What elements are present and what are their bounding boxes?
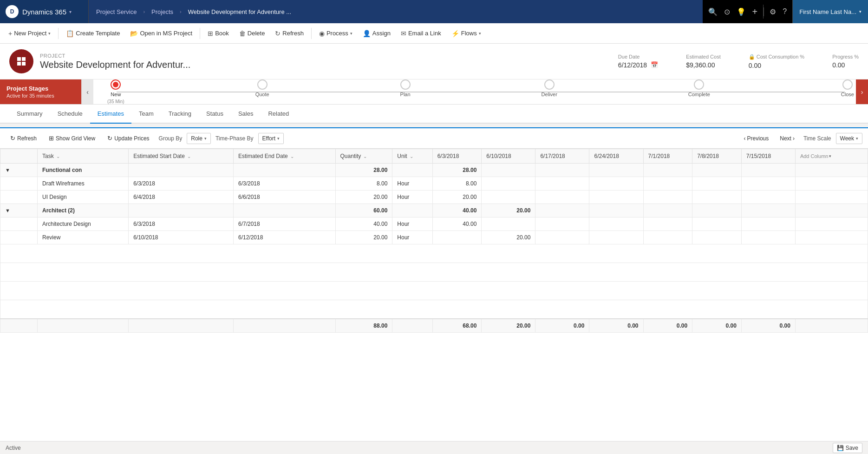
th-unit[interactable]: Unit⌄ bbox=[392, 149, 432, 164]
create-template-button[interactable]: 📋 Create Template bbox=[61, 27, 124, 40]
group-by-select[interactable]: Role ▾ bbox=[187, 133, 211, 144]
flows-button[interactable]: ⚡ Flows ▾ bbox=[447, 27, 486, 40]
stage-quote[interactable]: Quote bbox=[255, 79, 269, 104]
main-content: PROJECT Website Development for Adventur… bbox=[0, 44, 868, 454]
total-6-10: 20.00 bbox=[482, 319, 535, 333]
row-end-review[interactable]: 6/12/2018 bbox=[233, 231, 335, 244]
update-prices-button[interactable]: ↻ Update Prices bbox=[103, 132, 154, 145]
group-expand-architect[interactable]: ▼ bbox=[0, 204, 38, 217]
row-end-arch[interactable]: 6/7/2018 bbox=[233, 217, 335, 231]
help-icon[interactable]: 💡 bbox=[737, 7, 746, 16]
open-ms-icon: 📂 bbox=[130, 30, 138, 37]
row-start-ui[interactable]: 6/4/2018 bbox=[129, 191, 234, 204]
app-brand[interactable]: D Dynamics 365 ▾ bbox=[0, 0, 88, 23]
stage-label-complete: Complete bbox=[688, 92, 710, 97]
group-6-10-architect: 20.00 bbox=[482, 204, 535, 217]
previous-button[interactable]: ‹ Previous bbox=[740, 133, 773, 144]
tab-estimates[interactable]: Estimates bbox=[90, 105, 131, 124]
estimates-refresh-button[interactable]: ↻ Refresh bbox=[6, 132, 41, 145]
stage-plan[interactable]: Plan bbox=[400, 79, 411, 104]
breadcrumb-projects[interactable]: Projects bbox=[151, 8, 173, 15]
th-end-date[interactable]: Estimated End Date⌄ bbox=[233, 149, 335, 164]
module-name[interactable]: Project Service bbox=[96, 8, 137, 15]
due-date-text: 6/12/2018 bbox=[618, 61, 647, 69]
row-6-3-arch: 40.00 bbox=[432, 217, 482, 231]
tab-related[interactable]: Related bbox=[261, 105, 296, 124]
process-icon: ◉ bbox=[319, 30, 325, 37]
search-icon[interactable]: 🔍 bbox=[708, 7, 718, 16]
row-end-ui[interactable]: 6/6/2018 bbox=[233, 191, 335, 204]
group-7-8-architect bbox=[692, 204, 742, 217]
row-start-arch[interactable]: 6/3/2018 bbox=[129, 217, 234, 231]
tab-status[interactable]: Status bbox=[199, 105, 231, 124]
stage-back-arrow[interactable]: ‹ bbox=[81, 79, 93, 104]
app-chevron[interactable]: ▾ bbox=[69, 9, 72, 14]
th-task[interactable]: Task⌄ bbox=[38, 149, 129, 164]
process-label: Process bbox=[326, 30, 348, 37]
row-start-review[interactable]: 6/10/2018 bbox=[129, 231, 234, 244]
time-phase-select[interactable]: Effort ▾ bbox=[258, 133, 284, 144]
group-chevron-functional: ▼ bbox=[5, 167, 10, 173]
email-link-button[interactable]: ✉ Email a Link bbox=[396, 27, 446, 40]
book-icon: ⊞ bbox=[208, 30, 213, 37]
time-phase-label: Time-Phase By bbox=[215, 135, 254, 142]
time-scale-select[interactable]: Week ▾ bbox=[836, 133, 862, 144]
refresh-button[interactable]: ↻ Refresh bbox=[270, 27, 308, 40]
stage-complete[interactable]: Complete bbox=[688, 79, 710, 104]
assign-button[interactable]: 👤 Assign bbox=[358, 27, 395, 40]
group-end-functional bbox=[233, 164, 335, 177]
row-7-1-review bbox=[643, 231, 692, 244]
stage-new[interactable]: New (35 Min) bbox=[107, 79, 124, 104]
gear-icon[interactable]: ⚙ bbox=[770, 7, 776, 16]
recent-icon[interactable]: ⊙ bbox=[724, 7, 730, 16]
settings-area: ⚙ ? bbox=[764, 7, 792, 16]
project-info: PROJECT Website Development for Adventur… bbox=[40, 53, 600, 70]
book-button[interactable]: ⊞ Book bbox=[203, 27, 234, 40]
tab-sales[interactable]: Sales bbox=[231, 105, 261, 124]
tab-schedule[interactable]: Schedule bbox=[50, 105, 90, 124]
th-start-date[interactable]: Estimated Start Date⌄ bbox=[129, 149, 234, 164]
row-6-17-ui bbox=[535, 191, 589, 204]
group-expand-functional[interactable]: ▼ bbox=[0, 164, 38, 177]
new-project-icon: + bbox=[8, 30, 12, 37]
row-6-10-ui bbox=[482, 191, 535, 204]
estimates-refresh-label: Refresh bbox=[17, 135, 37, 142]
show-grid-view-button[interactable]: ⊞ Show Grid View bbox=[44, 132, 100, 145]
row-6-17-draft bbox=[535, 177, 589, 191]
row-7-8-draft bbox=[692, 177, 742, 191]
stage-close[interactable]: Close bbox=[841, 79, 854, 104]
row-start-draft[interactable]: 6/3/2018 bbox=[129, 177, 234, 191]
group-row-functional: ▼ Functional con 28.00 28.00 bbox=[0, 164, 868, 177]
tab-tracking[interactable]: Tracking bbox=[161, 105, 199, 124]
row-task-arch[interactable]: Architecture Design bbox=[38, 217, 129, 231]
group-end-architect bbox=[233, 204, 335, 217]
save-button[interactable]: 💾 Save bbox=[833, 443, 862, 453]
stage-forward-arrow[interactable]: › bbox=[856, 79, 868, 104]
th-task-label: Task bbox=[42, 153, 54, 159]
question-icon[interactable]: ? bbox=[783, 7, 787, 16]
update-prices-icon: ↻ bbox=[107, 135, 112, 142]
add-icon[interactable]: + bbox=[752, 7, 758, 17]
delete-button[interactable]: 🗑 Delete bbox=[235, 27, 270, 40]
add-col-arrow: ▾ bbox=[829, 154, 831, 158]
th-add-column[interactable]: Add Column▾ bbox=[795, 149, 868, 164]
user-profile[interactable]: First Name Last Na... ▾ bbox=[792, 0, 868, 23]
row-qty-review: 20.00 bbox=[335, 231, 392, 244]
row-task-ui[interactable]: UI Design bbox=[38, 191, 129, 204]
open-ms-project-button[interactable]: 📂 Open in MS Project bbox=[125, 27, 197, 40]
process-button[interactable]: ◉ Process ▾ bbox=[314, 27, 357, 40]
row-task-review[interactable]: Review bbox=[38, 231, 129, 244]
row-end-draft[interactable]: 6/3/2018 bbox=[233, 177, 335, 191]
new-project-button[interactable]: + New Project ▾ bbox=[4, 27, 55, 40]
calendar-icon[interactable]: 📅 bbox=[651, 61, 658, 68]
next-button[interactable]: Next › bbox=[776, 133, 799, 144]
row-task-draft[interactable]: Draft Wireframes bbox=[38, 177, 129, 191]
tab-summary[interactable]: Summary bbox=[9, 105, 50, 124]
stage-deliver[interactable]: Deliver bbox=[542, 79, 557, 104]
estimated-cost-field: Estimated Cost $9,360.00 bbox=[686, 54, 721, 69]
row-ui-design: UI Design 6/4/2018 6/6/2018 20.00 Hour 2… bbox=[0, 191, 868, 204]
tab-team[interactable]: Team bbox=[131, 105, 161, 124]
row-indent-4 bbox=[0, 231, 38, 244]
th-quantity[interactable]: Quantity⌄ bbox=[335, 149, 392, 164]
estimates-toolbar: ↻ Refresh ⊞ Show Grid View ↻ Update Pric… bbox=[0, 128, 868, 149]
